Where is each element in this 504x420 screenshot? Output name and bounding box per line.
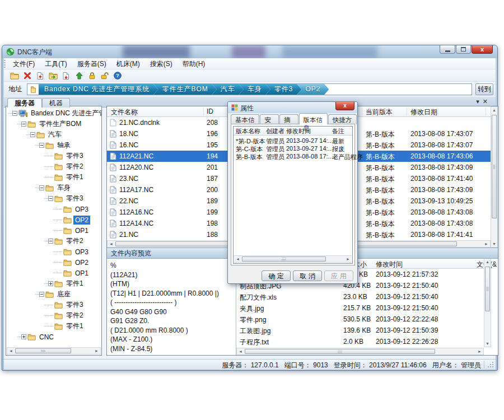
version-row-*第-D-版本[interactable]: *第-D-版本管理员2013-09-27 14:...最新 [234, 137, 352, 145]
dialog-tab-基本信息[interactable]: 基本信息 [231, 114, 259, 124]
dialog-tab-安全[interactable]: 安全 [260, 114, 279, 124]
collapse-icon[interactable] [12, 111, 17, 116]
file-date: 2013-08-08 17:43:09 [410, 164, 473, 171]
maximize-button[interactable] [456, 45, 471, 54]
collapse-icon[interactable] [39, 143, 44, 148]
collapse-icon[interactable] [48, 196, 53, 201]
tree-item-label: 轴承 [55, 140, 72, 151]
new-folder-button[interactable] [10, 71, 20, 81]
column-separator[interactable] [486, 108, 486, 116]
tree-connector [44, 241, 48, 241]
dialog-tab-版本信息[interactable]: 版本信息 [299, 113, 328, 124]
file-version: 第-B-版本 [366, 141, 395, 151]
file-id: 208 [207, 119, 218, 127]
attachment-row-子程序.txt[interactable]: 子程序.txt2.0 KB2013-09-12 22:26:28 [236, 336, 484, 347]
chevron-down-icon[interactable]: ▾ [476, 98, 483, 105]
file-name: 18.NC [119, 130, 138, 138]
close-button[interactable]: x [472, 45, 493, 54]
lock-button[interactable] [87, 71, 97, 81]
folder-icon [63, 269, 72, 277]
minimize-button[interactable] [440, 45, 455, 54]
cancel-button[interactable]: 取 消 [293, 270, 322, 281]
tree-item-OP2[interactable]: OP2 [53, 214, 90, 225]
vertical-scrollbar[interactable]: ▲ ▼ [491, 106, 498, 248]
delete-button[interactable] [22, 71, 32, 81]
breadcrumb-segment[interactable]: 零件生产BOM [153, 83, 216, 95]
vertical-scrollbar[interactable]: ▲ ▼ [484, 259, 491, 347]
tree-item-OP1[interactable]: OP1 [53, 225, 90, 236]
dialog-tab-摘要[interactable]: 摘要 [279, 114, 298, 124]
ok-button[interactable]: 确 定 [262, 270, 291, 281]
tree-item-零件1[interactable]: 零件1 [44, 321, 85, 332]
version-column-header: 创建者 [266, 127, 284, 136]
attachment-row-零件.png[interactable]: 零件.png530.5 KB2013-09-12 22:22:48 [236, 314, 484, 325]
tree-item-OP3[interactable]: OP3 [53, 246, 90, 257]
tree-item-OP1[interactable]: OP1 [53, 268, 90, 278]
tree-item-零件2[interactable]: 零件2 [44, 236, 85, 246]
tab-机器[interactable]: 机器 [42, 98, 70, 108]
attachment-time: 2013-09-12 21:50:40 [376, 282, 438, 290]
column-separator[interactable] [362, 108, 362, 116]
horizontal-scrollbar[interactable]: ◄ ► [234, 255, 352, 263]
menu-item-4[interactable]: 搜索(S) [145, 58, 178, 69]
tree-item-零件2[interactable]: 零件2 [44, 310, 85, 321]
folder-send-button[interactable] [48, 71, 58, 81]
menu-item-5[interactable]: 帮助(H) [178, 58, 211, 69]
attachment-row-夹具.jpg[interactable]: 夹具.jpg215.7 KB2013-09-12 21:50:40 [236, 302, 484, 314]
horizontal-scrollbar[interactable]: ◄ ► [236, 348, 484, 355]
collapse-icon[interactable] [21, 122, 26, 127]
collapse-icon[interactable] [39, 185, 44, 190]
help-button[interactable]: ? [113, 71, 123, 81]
dialog-tab-快捷方式[interactable]: 快捷方式 [328, 114, 357, 124]
tree-item-零件1[interactable]: 零件1 [44, 278, 85, 289]
version-column-header: 版本名称 [236, 127, 260, 136]
tree-item-轴承[interactable]: 轴承 [35, 140, 72, 151]
version-row-第-C-版本[interactable]: 第-C-版本管理员2013-09-27 14:...报废 [234, 145, 352, 153]
tree-item-零件生产BOM[interactable]: 零件生产BOM [17, 119, 83, 129]
file-name: 112A20.NC [119, 164, 153, 171]
unlock-button[interactable] [100, 71, 110, 81]
attachment-name: 配刀文件.xls [240, 293, 277, 302]
tree-item-零件2[interactable]: 零件2 [44, 161, 85, 172]
column-separator[interactable] [407, 108, 407, 116]
close-panel-icon[interactable]: ✕ [483, 98, 491, 105]
column-separator[interactable] [203, 108, 204, 116]
tree-item-汽车[interactable]: 汽车 [26, 129, 63, 140]
tree-item-零件1[interactable]: 零件1 [44, 172, 85, 183]
tree-item-CNC[interactable]: CNC [17, 332, 55, 342]
file-download-button[interactable] [61, 71, 71, 81]
tree-item-零件3[interactable]: 零件3 [44, 300, 85, 310]
dialog-close-button[interactable]: x [335, 102, 354, 110]
tree-item-零件3[interactable]: 零件3 [44, 193, 85, 204]
tree-item-OP3[interactable]: OP3 [53, 204, 90, 214]
collapse-icon[interactable] [39, 292, 44, 297]
tree-connector [57, 251, 62, 252]
menu-item-0[interactable]: 文件(F) [8, 58, 40, 69]
file-upload-button[interactable] [35, 71, 45, 81]
menu-item-3[interactable]: 机床(M) [111, 58, 145, 69]
attachment-row-配刀文件.xls[interactable]: 配刀文件.xls23.0 KB2013-09-12 21:50:40 [236, 291, 484, 302]
tree-item-车身[interactable]: 车身 [35, 183, 72, 193]
tree-item-OP2[interactable]: OP2 [53, 257, 90, 268]
arrow-up-button[interactable] [74, 71, 84, 81]
dialog-title-bar[interactable]: 属性 x [228, 102, 357, 113]
tree-item-底座[interactable]: 底座 [35, 289, 72, 300]
menu-item-1[interactable]: 工具(T) [40, 58, 72, 69]
menu-item-2[interactable]: 服务器(S) [72, 58, 111, 69]
collapse-icon[interactable] [48, 239, 53, 244]
attachment-row-工装图.jpg[interactable]: 工装图.jpg139.6 KB2013-09-12 21:50:39 [236, 325, 484, 336]
file-name: 112A17.NC [119, 186, 153, 194]
resize-grip[interactable] [487, 361, 494, 368]
breadcrumb-segment[interactable]: 零件3 [265, 83, 302, 95]
tree-item-零件3[interactable]: 零件3 [44, 151, 85, 161]
title-bar[interactable]: DNC客户端 x [2, 45, 497, 58]
tree-item-Bandex DNC 先进生产管理系统[interactable]: Bandex DNC 先进生产管理系统 [8, 108, 102, 119]
breadcrumb-segment[interactable]: Bandex DNC 先进生产管理系统 [39, 83, 158, 95]
expand-icon[interactable] [48, 281, 53, 286]
tab-服务器[interactable]: 服务器 [7, 98, 42, 108]
go-button[interactable]: 转到 [475, 83, 493, 95]
horizontal-scrollbar[interactable]: ◄► [7, 347, 101, 354]
version-row-第-B-版本[interactable]: 第-B-版本管理员2013-08-08 17:...老产品程序 [234, 153, 352, 161]
expand-icon[interactable] [21, 334, 26, 339]
collapse-icon[interactable] [30, 132, 35, 137]
